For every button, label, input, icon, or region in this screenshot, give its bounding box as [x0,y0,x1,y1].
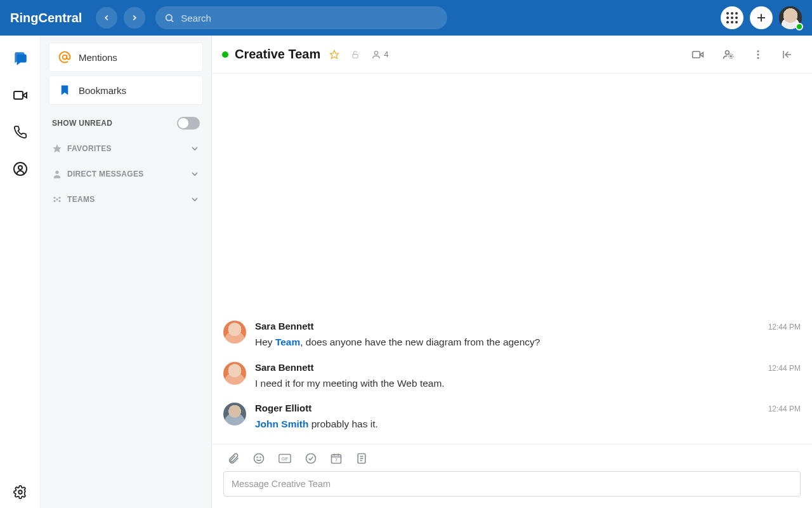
dialpad-button[interactable] [721,6,743,29]
svg-point-9 [63,55,67,60]
privacy-button[interactable] [348,48,362,62]
phone-icon [13,125,27,139]
emoji-button[interactable] [252,452,265,465]
team-presence-dot [222,51,228,58]
person-icon [52,169,62,179]
rail-video-button[interactable] [10,85,30,105]
brand-logo: RingCentral [10,11,82,25]
mention[interactable]: John Smith [255,418,308,429]
message-list: Sara Bennett12:44 PMHey Team, does anyon… [212,74,812,444]
svg-point-26 [757,50,759,52]
svg-text:7: 7 [335,458,337,462]
event-button[interactable]: 7 [330,452,343,465]
more-button[interactable] [750,46,766,63]
message-body: Roger Elliott12:44 PMJohn Smith probably… [255,403,801,431]
search-icon [164,13,174,23]
message-text: John Smith probably has it. [255,417,801,431]
show-unread-label: SHOW UNREAD [52,119,112,128]
collapse-panel-button[interactable] [779,46,796,63]
top-bar: RingCentral [0,0,812,36]
message-row: Sara Bennett12:44 PMHey Team, does anyon… [223,314,801,356]
rail-message-button[interactable] [10,48,30,69]
svg-marker-17 [331,50,339,58]
svg-point-22 [725,50,729,54]
sidebar-bookmarks[interactable]: Bookmarks [49,76,202,104]
more-vertical-icon [752,49,764,60]
rail-settings-button[interactable] [10,488,30,508]
svg-rect-18 [353,54,358,58]
sidebar-mentions[interactable]: Mentions [49,43,202,71]
chevron-right-icon [130,13,139,22]
star-icon [52,144,62,154]
add-people-button[interactable] [719,46,737,64]
start-video-button[interactable] [689,46,707,64]
search-input[interactable] [181,13,438,23]
person-outline-icon [371,50,381,60]
message-time: 12:44 PM [768,323,801,331]
show-unread-toggle[interactable] [177,117,200,130]
attach-button[interactable] [227,452,240,465]
bookmark-icon [58,84,71,96]
add-person-icon [722,48,735,61]
rail-contacts-button[interactable] [10,159,30,179]
team-name: Creative Team [235,47,320,62]
svg-point-7 [18,166,22,170]
message-avatar[interactable] [223,321,246,344]
svg-point-16 [56,198,58,200]
svg-point-31 [254,454,264,464]
svg-rect-20 [693,51,700,58]
svg-point-19 [375,51,378,54]
video-icon [13,88,28,103]
chat-header: Creative Team 4 [212,36,812,74]
sidebar-mentions-label: Mentions [79,52,117,63]
paperclip-icon [227,452,240,465]
gif-button[interactable]: GIF [278,452,292,465]
chevron-left-icon [102,13,111,22]
section-direct-messages[interactable]: DIRECT MESSAGES [46,163,206,185]
members-button[interactable]: 4 [369,47,391,62]
section-teams[interactable]: TEAMS [46,188,206,211]
video-outline-icon [691,48,704,61]
svg-point-12 [53,197,55,199]
dialpad-icon [726,12,738,23]
svg-point-0 [166,15,172,20]
gif-icon: GIF [278,452,292,465]
rail-phone-button[interactable] [10,122,30,142]
task-button[interactable] [304,452,317,465]
nav-forward-button[interactable] [124,7,145,29]
plus-icon [756,12,767,23]
composer: GIF 7 [212,444,812,508]
message-input[interactable] [223,471,801,497]
svg-point-32 [257,457,258,458]
message-avatar[interactable] [223,403,246,425]
mention[interactable]: Team [275,337,300,347]
chevron-down-icon [190,169,200,179]
note-icon [355,452,368,465]
calendar-icon: 7 [330,452,343,465]
nav-back-button[interactable] [96,7,117,29]
search-field[interactable] [155,6,447,29]
check-circle-icon [304,452,317,465]
svg-point-8 [18,490,22,494]
star-outline-icon [329,50,339,60]
message-author: Sara Bennett [255,362,314,373]
collapse-icon [782,49,793,60]
new-actions-button[interactable] [750,6,773,29]
presence-indicator [796,23,803,30]
svg-line-1 [171,20,173,22]
svg-point-36 [306,454,316,464]
profile-avatar-button[interactable] [779,6,802,29]
svg-point-11 [55,171,58,174]
section-favorites[interactable]: FAVORITES [46,137,206,160]
favorite-button[interactable] [327,47,342,62]
svg-point-14 [53,200,55,202]
message-row: Sara Bennett12:44 PMI need it for my mee… [223,356,801,397]
svg-point-27 [757,53,759,55]
contact-icon [13,161,28,177]
message-avatar[interactable] [223,362,246,385]
note-button[interactable] [355,452,368,465]
message-text: I need it for my meeting with the Web te… [255,377,801,391]
svg-point-33 [260,457,261,458]
svg-point-13 [58,197,60,199]
emoji-icon [252,452,265,465]
